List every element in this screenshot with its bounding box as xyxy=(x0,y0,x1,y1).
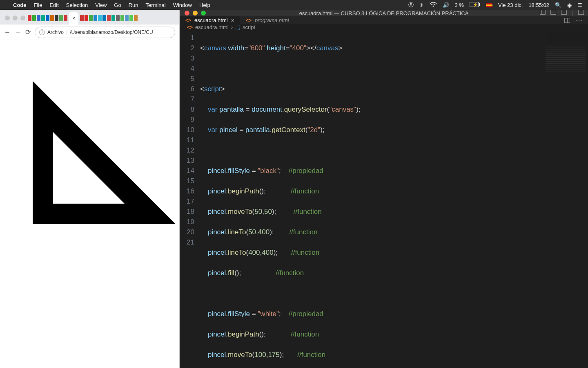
code-editor[interactable]: 123456789101112131415161718192021 <canva… xyxy=(180,30,588,368)
canvas-output xyxy=(12,61,176,224)
line-gutter: 123456789101112131415161718192021 xyxy=(180,30,200,368)
menu-help[interactable]: Help xyxy=(199,2,210,8)
chrome-traffic-lights[interactable] xyxy=(3,16,28,25)
menu-go[interactable]: Go xyxy=(114,2,121,8)
addr-path: /Users/bibianamozo/Desktop/ONE/CU xyxy=(70,29,153,35)
battery-text: 3 % xyxy=(455,2,464,8)
chrome-active-tab[interactable]: × xyxy=(69,12,78,25)
chrome-toolbar: ← → ⟳ i Archivo | /Users/bibianamozo/Des… xyxy=(0,25,179,40)
vscode-titlebar: escuadra.html — CURSO 3 LÓGICA DE PROGRA… xyxy=(180,10,588,16)
svg-rect-2 xyxy=(479,3,480,6)
chevron-right-icon: › xyxy=(231,24,233,30)
tab-group-right[interactable] xyxy=(80,15,138,25)
menubar-left: Code File Edit Selection View Go Run Ter… xyxy=(0,2,210,8)
menubar-app[interactable]: Code xyxy=(13,2,27,8)
siri-icon[interactable]: ◉ xyxy=(567,2,572,8)
addr-divider: | xyxy=(66,29,67,35)
volume-icon[interactable]: 🔊 xyxy=(443,2,449,8)
menu-run[interactable]: Run xyxy=(129,2,138,8)
addr-label: Archivo xyxy=(47,29,64,35)
reload-button[interactable]: ⟳ xyxy=(25,28,31,36)
macos-menubar: Code File Edit Selection View Go Run Ter… xyxy=(0,0,588,10)
tab-programa[interactable]: <> programa.html xyxy=(240,16,295,24)
chrome-tabstrip: × xyxy=(0,10,179,25)
window-close-icon[interactable] xyxy=(185,11,189,16)
vscode-traffic-lights[interactable] xyxy=(180,11,206,16)
titlebar-actions: | xyxy=(540,10,588,16)
menubar-right: Ⓢ ✳ 🔊 3 % ⚡ Vie 23 dic. 18:55:02 🔍 ◉ ☰ xyxy=(408,1,588,9)
window-min-icon[interactable] xyxy=(13,16,18,20)
tab-actions: ⋯ xyxy=(564,16,588,24)
flag-icon[interactable] xyxy=(486,3,492,7)
split-editor-icon[interactable] xyxy=(564,18,570,23)
menu-view[interactable]: View xyxy=(95,2,107,8)
html-icon: <> xyxy=(185,18,191,23)
layout-left-icon[interactable] xyxy=(540,10,546,15)
menubar-time[interactable]: 18:55:02 xyxy=(528,2,549,8)
skype-icon[interactable]: Ⓢ xyxy=(408,1,414,9)
window-title: escuadra.html — CURSO 3 LÓGICA DE PROGRA… xyxy=(299,10,469,16)
menu-file[interactable]: File xyxy=(34,2,42,8)
breadcrumb-file[interactable]: escuadra.html xyxy=(195,24,229,30)
minimap[interactable] xyxy=(543,30,588,368)
back-button[interactable]: ← xyxy=(4,29,11,36)
spotlight-icon[interactable]: 🔍 xyxy=(555,2,561,8)
editor-tabs: <> escuadra.html × <> programa.html ⋯ xyxy=(180,16,588,24)
tab-close-icon[interactable]: × xyxy=(231,17,234,24)
code-content[interactable]: <canvas width="600" height="400"></canva… xyxy=(200,30,588,368)
forward-button[interactable]: → xyxy=(15,29,21,36)
svg-point-0 xyxy=(432,5,434,7)
layout-right-icon[interactable] xyxy=(561,10,567,15)
tab-close-icon[interactable]: × xyxy=(72,16,75,21)
svg-text:⚡: ⚡ xyxy=(473,2,478,7)
tab-escuadra[interactable]: <> escuadra.html × xyxy=(180,16,240,24)
symbol-icon: ⬚ xyxy=(235,24,240,30)
vscode-window: escuadra.html — CURSO 3 LÓGICA DE PROGRA… xyxy=(180,10,588,368)
wifi-icon[interactable] xyxy=(430,2,437,8)
menubar-date[interactable]: Vie 23 dic. xyxy=(498,2,523,8)
html-icon: <> xyxy=(187,25,193,30)
info-icon[interactable]: i xyxy=(39,29,45,35)
menu-terminal[interactable]: Terminal xyxy=(146,2,166,8)
tab-label: programa.html xyxy=(255,17,289,23)
breadcrumb[interactable]: <> escuadra.html › ⬚ script xyxy=(180,24,588,30)
window-close-icon[interactable] xyxy=(5,16,10,20)
chrome-window: × ← → ⟳ i Archivo | /Users/bibianamozo/D… xyxy=(0,10,180,368)
bluetooth-icon[interactable]: ✳ xyxy=(419,2,424,8)
address-bar[interactable]: i Archivo | /Users/bibianamozo/Desktop/O… xyxy=(35,27,175,38)
control-center-icon[interactable]: ☰ xyxy=(577,2,582,8)
menu-edit[interactable]: Edit xyxy=(49,2,58,8)
battery-icon[interactable]: ⚡ xyxy=(470,2,480,8)
window-max-icon[interactable] xyxy=(201,11,206,16)
window-min-icon[interactable] xyxy=(193,11,198,16)
layout-bottom-icon[interactable] xyxy=(550,10,556,15)
chrome-viewport xyxy=(0,40,179,368)
tab-label: escuadra.html xyxy=(194,17,228,23)
layout-customize-icon[interactable] xyxy=(578,10,584,15)
html-icon: <> xyxy=(246,18,252,23)
breadcrumb-symbol[interactable]: script xyxy=(243,24,255,30)
menu-selection[interactable]: Selection xyxy=(66,2,88,8)
tab-group-left[interactable] xyxy=(28,15,67,25)
more-actions-icon[interactable]: ⋯ xyxy=(576,16,582,24)
window-max-icon[interactable] xyxy=(20,16,25,20)
menu-window[interactable]: Window xyxy=(173,2,192,8)
